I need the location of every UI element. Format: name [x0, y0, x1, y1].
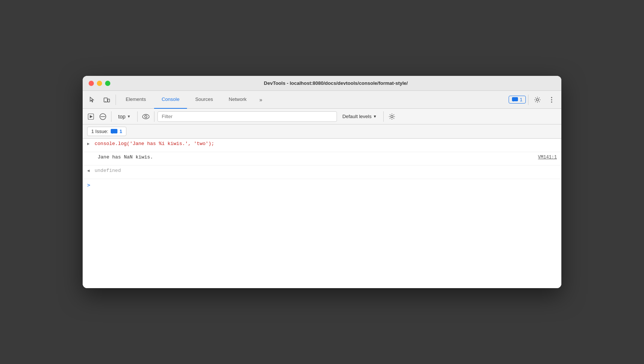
inspect-element-button[interactable] [86, 93, 99, 107]
svg-marker-9 [90, 115, 93, 118]
prompt-symbol: > [87, 182, 90, 188]
message-icon [512, 97, 518, 102]
console-divider-3 [154, 111, 154, 122]
issues-prefix: 1 Issue: [91, 129, 108, 134]
filter-input[interactable] [157, 111, 337, 122]
svg-point-13 [145, 115, 147, 118]
tab-network[interactable]: Network [221, 91, 254, 109]
issues-count: 1 [520, 97, 522, 102]
toolbar-divider-2 [528, 95, 528, 105]
toolbar-divider-1 [116, 95, 116, 105]
devtools-window: DevTools - localhost:8080/docs/devtools/… [83, 76, 561, 288]
issues-count-box[interactable]: 1 Issue: 1 [87, 127, 126, 136]
svg-rect-1 [108, 99, 110, 102]
settings-gear-icon [534, 96, 541, 103]
default-levels-button[interactable]: Default levels ▼ [338, 112, 380, 121]
console-log-output: Jane has NaN kiwis. VM141:1 [83, 152, 561, 166]
close-button[interactable] [89, 81, 94, 86]
console-divider-4 [383, 111, 384, 122]
undefined-value: undefined [95, 168, 121, 173]
top-context-selector[interactable]: top ▼ [114, 112, 134, 121]
svg-rect-3 [512, 98, 518, 101]
expand-chevron[interactable]: ▶ [87, 141, 92, 146]
svg-point-12 [142, 114, 149, 119]
cursor-icon [89, 96, 96, 103]
console-gear-icon [389, 113, 395, 120]
issues-badge[interactable]: 1 [509, 96, 526, 104]
return-arrow-icon: ◀ [87, 168, 92, 173]
svg-rect-15 [111, 129, 117, 133]
console-undefined-line: ◀ undefined [83, 166, 561, 179]
issue-message-icon [111, 129, 117, 134]
console-divider-1 [111, 111, 111, 122]
more-vertical-icon [551, 96, 552, 103]
device-toolbar-button[interactable] [100, 93, 113, 107]
top-label: top [118, 114, 125, 120]
console-settings-button[interactable] [387, 111, 397, 122]
minimize-button[interactable] [97, 81, 102, 86]
tab-elements[interactable]: Elements [118, 91, 153, 109]
svg-point-6 [551, 99, 552, 100]
more-tabs-button[interactable]: » [255, 93, 267, 107]
console-output-text: Jane has NaN kiwis. [98, 154, 153, 160]
eye-icon [142, 114, 150, 119]
execute-script-button[interactable] [86, 111, 96, 122]
console-output: ▶ console.log('Jane has %i kiwis.', 'two… [83, 139, 561, 288]
svg-point-14 [391, 115, 393, 118]
settings-button[interactable] [531, 93, 544, 107]
more-options-button[interactable] [545, 93, 558, 107]
default-levels-label: Default levels [342, 114, 371, 119]
console-toolbar: top ▼ Default levels ▼ [83, 109, 561, 124]
device-icon [103, 96, 110, 103]
issues-badge-count: 1 [120, 129, 122, 134]
default-levels-arrow: ▼ [373, 114, 377, 118]
console-source-link[interactable]: VM141:1 [538, 155, 557, 160]
svg-point-7 [551, 101, 552, 102]
dropdown-arrow-icon: ▼ [127, 114, 131, 118]
title-bar: DevTools - localhost:8080/docs/devtools/… [83, 76, 561, 91]
eye-button[interactable] [141, 111, 151, 122]
tab-console[interactable]: Console [154, 91, 187, 109]
console-log-code: console.log('Jane has %i kiwis.', 'two')… [95, 141, 214, 146]
play-icon [88, 114, 94, 120]
svg-point-4 [536, 99, 539, 101]
svg-point-5 [551, 97, 552, 98]
issues-bar: 1 Issue: 1 [83, 124, 561, 139]
no-entry-icon [99, 113, 106, 120]
window-title: DevTools - localhost:8080/docs/devtools/… [116, 80, 555, 86]
traffic-lights [89, 81, 110, 86]
tab-sources[interactable]: Sources [188, 91, 221, 109]
maximize-button[interactable] [105, 81, 110, 86]
clear-console-button[interactable] [98, 111, 108, 122]
console-divider-2 [137, 111, 138, 122]
main-toolbar: Elements Console Sources Network » 1 [83, 91, 561, 109]
console-prompt-line[interactable]: > [83, 179, 561, 191]
console-log-entry: ▶ console.log('Jane has %i kiwis.', 'two… [83, 139, 561, 152]
